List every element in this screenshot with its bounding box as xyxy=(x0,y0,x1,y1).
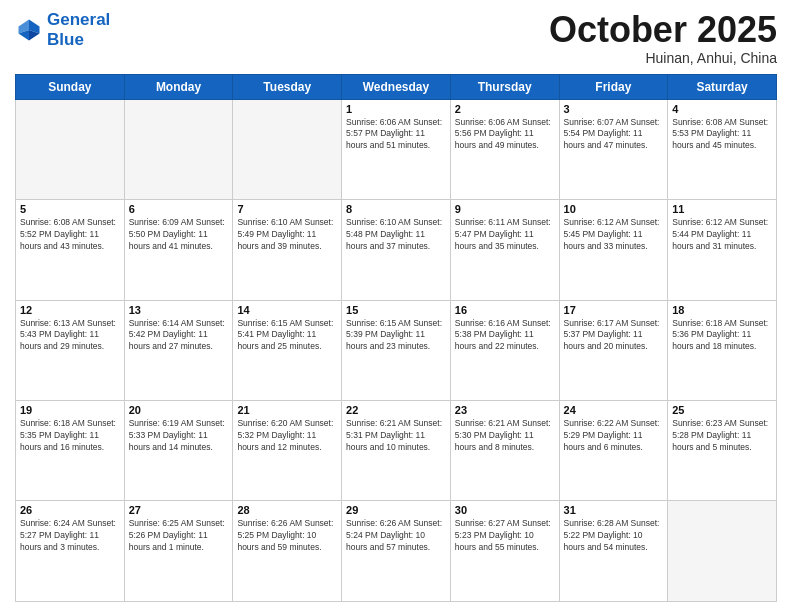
table-row xyxy=(124,99,233,199)
day-number: 30 xyxy=(455,504,555,516)
table-row: 11Sunrise: 6:12 AM Sunset: 5:44 PM Dayli… xyxy=(668,200,777,300)
day-number: 26 xyxy=(20,504,120,516)
day-info: Sunrise: 6:26 AM Sunset: 5:24 PM Dayligh… xyxy=(346,518,446,554)
day-number: 1 xyxy=(346,103,446,115)
day-info: Sunrise: 6:06 AM Sunset: 5:56 PM Dayligh… xyxy=(455,117,555,153)
day-number: 22 xyxy=(346,404,446,416)
calendar-header-row: Sunday Monday Tuesday Wednesday Thursday… xyxy=(16,74,777,99)
table-row: 5Sunrise: 6:08 AM Sunset: 5:52 PM Daylig… xyxy=(16,200,125,300)
day-info: Sunrise: 6:23 AM Sunset: 5:28 PM Dayligh… xyxy=(672,418,772,454)
day-info: Sunrise: 6:18 AM Sunset: 5:36 PM Dayligh… xyxy=(672,318,772,354)
day-number: 29 xyxy=(346,504,446,516)
table-row: 19Sunrise: 6:18 AM Sunset: 5:35 PM Dayli… xyxy=(16,401,125,501)
table-row: 16Sunrise: 6:16 AM Sunset: 5:38 PM Dayli… xyxy=(450,300,559,400)
table-row: 10Sunrise: 6:12 AM Sunset: 5:45 PM Dayli… xyxy=(559,200,668,300)
day-number: 5 xyxy=(20,203,120,215)
calendar-week-row: 1Sunrise: 6:06 AM Sunset: 5:57 PM Daylig… xyxy=(16,99,777,199)
table-row: 4Sunrise: 6:08 AM Sunset: 5:53 PM Daylig… xyxy=(668,99,777,199)
day-number: 10 xyxy=(564,203,664,215)
day-info: Sunrise: 6:14 AM Sunset: 5:42 PM Dayligh… xyxy=(129,318,229,354)
calendar-week-row: 12Sunrise: 6:13 AM Sunset: 5:43 PM Dayli… xyxy=(16,300,777,400)
day-info: Sunrise: 6:16 AM Sunset: 5:38 PM Dayligh… xyxy=(455,318,555,354)
day-number: 13 xyxy=(129,304,229,316)
calendar-table: Sunday Monday Tuesday Wednesday Thursday… xyxy=(15,74,777,602)
day-number: 21 xyxy=(237,404,337,416)
day-number: 14 xyxy=(237,304,337,316)
day-number: 31 xyxy=(564,504,664,516)
table-row: 18Sunrise: 6:18 AM Sunset: 5:36 PM Dayli… xyxy=(668,300,777,400)
day-number: 18 xyxy=(672,304,772,316)
col-friday: Friday xyxy=(559,74,668,99)
page: General Blue October 2025 Huinan, Anhui,… xyxy=(0,0,792,612)
day-info: Sunrise: 6:21 AM Sunset: 5:31 PM Dayligh… xyxy=(346,418,446,454)
title-block: October 2025 Huinan, Anhui, China xyxy=(549,10,777,66)
table-row: 27Sunrise: 6:25 AM Sunset: 5:26 PM Dayli… xyxy=(124,501,233,602)
calendar-week-row: 26Sunrise: 6:24 AM Sunset: 5:27 PM Dayli… xyxy=(16,501,777,602)
table-row: 26Sunrise: 6:24 AM Sunset: 5:27 PM Dayli… xyxy=(16,501,125,602)
table-row xyxy=(233,99,342,199)
table-row: 12Sunrise: 6:13 AM Sunset: 5:43 PM Dayli… xyxy=(16,300,125,400)
day-number: 20 xyxy=(129,404,229,416)
day-info: Sunrise: 6:15 AM Sunset: 5:41 PM Dayligh… xyxy=(237,318,337,354)
day-number: 9 xyxy=(455,203,555,215)
table-row: 3Sunrise: 6:07 AM Sunset: 5:54 PM Daylig… xyxy=(559,99,668,199)
header: General Blue October 2025 Huinan, Anhui,… xyxy=(15,10,777,66)
day-info: Sunrise: 6:17 AM Sunset: 5:37 PM Dayligh… xyxy=(564,318,664,354)
day-number: 16 xyxy=(455,304,555,316)
table-row: 31Sunrise: 6:28 AM Sunset: 5:22 PM Dayli… xyxy=(559,501,668,602)
day-number: 28 xyxy=(237,504,337,516)
col-wednesday: Wednesday xyxy=(342,74,451,99)
table-row: 9Sunrise: 6:11 AM Sunset: 5:47 PM Daylig… xyxy=(450,200,559,300)
calendar-week-row: 5Sunrise: 6:08 AM Sunset: 5:52 PM Daylig… xyxy=(16,200,777,300)
logo-icon xyxy=(15,16,43,44)
day-info: Sunrise: 6:15 AM Sunset: 5:39 PM Dayligh… xyxy=(346,318,446,354)
day-info: Sunrise: 6:18 AM Sunset: 5:35 PM Dayligh… xyxy=(20,418,120,454)
day-number: 8 xyxy=(346,203,446,215)
table-row: 15Sunrise: 6:15 AM Sunset: 5:39 PM Dayli… xyxy=(342,300,451,400)
table-row: 8Sunrise: 6:10 AM Sunset: 5:48 PM Daylig… xyxy=(342,200,451,300)
day-number: 6 xyxy=(129,203,229,215)
table-row: 28Sunrise: 6:26 AM Sunset: 5:25 PM Dayli… xyxy=(233,501,342,602)
table-row: 6Sunrise: 6:09 AM Sunset: 5:50 PM Daylig… xyxy=(124,200,233,300)
col-sunday: Sunday xyxy=(16,74,125,99)
table-row: 24Sunrise: 6:22 AM Sunset: 5:29 PM Dayli… xyxy=(559,401,668,501)
table-row: 2Sunrise: 6:06 AM Sunset: 5:56 PM Daylig… xyxy=(450,99,559,199)
calendar-week-row: 19Sunrise: 6:18 AM Sunset: 5:35 PM Dayli… xyxy=(16,401,777,501)
day-info: Sunrise: 6:08 AM Sunset: 5:53 PM Dayligh… xyxy=(672,117,772,153)
logo-text: General Blue xyxy=(47,10,110,49)
table-row: 22Sunrise: 6:21 AM Sunset: 5:31 PM Dayli… xyxy=(342,401,451,501)
day-number: 12 xyxy=(20,304,120,316)
location-subtitle: Huinan, Anhui, China xyxy=(549,50,777,66)
day-number: 25 xyxy=(672,404,772,416)
day-info: Sunrise: 6:13 AM Sunset: 5:43 PM Dayligh… xyxy=(20,318,120,354)
day-number: 19 xyxy=(20,404,120,416)
col-monday: Monday xyxy=(124,74,233,99)
logo: General Blue xyxy=(15,10,110,49)
table-row xyxy=(668,501,777,602)
day-number: 15 xyxy=(346,304,446,316)
table-row xyxy=(16,99,125,199)
table-row: 14Sunrise: 6:15 AM Sunset: 5:41 PM Dayli… xyxy=(233,300,342,400)
day-info: Sunrise: 6:12 AM Sunset: 5:44 PM Dayligh… xyxy=(672,217,772,253)
day-info: Sunrise: 6:07 AM Sunset: 5:54 PM Dayligh… xyxy=(564,117,664,153)
col-saturday: Saturday xyxy=(668,74,777,99)
day-info: Sunrise: 6:09 AM Sunset: 5:50 PM Dayligh… xyxy=(129,217,229,253)
month-title: October 2025 xyxy=(549,10,777,50)
day-info: Sunrise: 6:06 AM Sunset: 5:57 PM Dayligh… xyxy=(346,117,446,153)
day-number: 11 xyxy=(672,203,772,215)
day-info: Sunrise: 6:22 AM Sunset: 5:29 PM Dayligh… xyxy=(564,418,664,454)
col-tuesday: Tuesday xyxy=(233,74,342,99)
day-info: Sunrise: 6:20 AM Sunset: 5:32 PM Dayligh… xyxy=(237,418,337,454)
day-number: 17 xyxy=(564,304,664,316)
day-info: Sunrise: 6:08 AM Sunset: 5:52 PM Dayligh… xyxy=(20,217,120,253)
table-row: 13Sunrise: 6:14 AM Sunset: 5:42 PM Dayli… xyxy=(124,300,233,400)
day-info: Sunrise: 6:21 AM Sunset: 5:30 PM Dayligh… xyxy=(455,418,555,454)
col-thursday: Thursday xyxy=(450,74,559,99)
table-row: 20Sunrise: 6:19 AM Sunset: 5:33 PM Dayli… xyxy=(124,401,233,501)
day-info: Sunrise: 6:10 AM Sunset: 5:48 PM Dayligh… xyxy=(346,217,446,253)
day-info: Sunrise: 6:25 AM Sunset: 5:26 PM Dayligh… xyxy=(129,518,229,554)
day-info: Sunrise: 6:10 AM Sunset: 5:49 PM Dayligh… xyxy=(237,217,337,253)
day-info: Sunrise: 6:28 AM Sunset: 5:22 PM Dayligh… xyxy=(564,518,664,554)
day-number: 4 xyxy=(672,103,772,115)
day-info: Sunrise: 6:26 AM Sunset: 5:25 PM Dayligh… xyxy=(237,518,337,554)
